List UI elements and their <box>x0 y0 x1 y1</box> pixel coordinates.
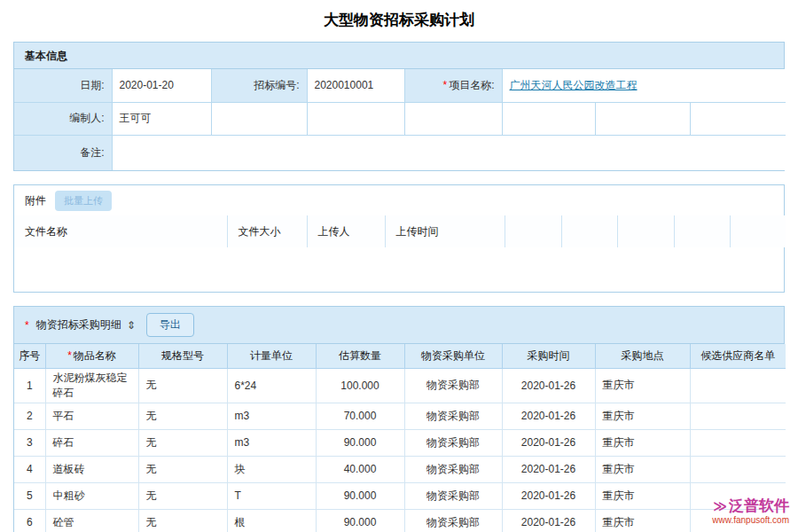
form-row-remark: 备注: <box>14 135 786 170</box>
attach-col-header: 上传时间 <box>385 215 505 247</box>
table-row: 5中粗砂无T90.000物资采购部2020-01-26重庆市 <box>14 482 786 509</box>
cell: 40.000 <box>316 456 404 482</box>
empty-cell <box>404 102 502 135</box>
cell: 2020-01-26 <box>502 482 595 509</box>
attachments-table: 文件名称文件大小上传人上传时间 <box>14 215 786 247</box>
cell: 道板砖 <box>45 456 138 482</box>
attachments-header: 附件 批量上传 <box>14 185 784 215</box>
table-row: 2平石无m370.000物资采购部2020-01-26重庆市 <box>14 403 786 429</box>
cell: T <box>227 482 316 509</box>
cell: 3 <box>14 429 45 456</box>
date-value: 2020-01-20 <box>112 69 211 102</box>
detail-table: 序号*物品名称规格型号计量单位估算数量物资采购单位采购时间采购地点候选供应商名单… <box>14 344 786 532</box>
page-title: 大型物资招标采购计划 <box>0 0 798 42</box>
basic-info-section: 基本信息 日期: 2020-01-20 招标编号: 2020010001 *项目… <box>13 42 785 171</box>
cell: 物资采购部 <box>404 403 502 429</box>
required-asterisk: * <box>67 349 72 362</box>
attach-col-empty <box>617 215 674 247</box>
attach-col-header: 上传人 <box>307 215 385 247</box>
cell: m3 <box>227 403 316 429</box>
cell: 物资采购部 <box>404 482 502 509</box>
cell <box>690 368 786 403</box>
cell: 90.000 <box>316 429 404 456</box>
cell: 2020-01-26 <box>502 509 595 532</box>
required-asterisk: * <box>25 319 29 332</box>
brand-name: 泛普软件 <box>729 497 789 514</box>
cell: 2020-01-26 <box>502 368 595 403</box>
cell: 重庆市 <box>595 456 690 482</box>
attach-col-header: 文件大小 <box>227 215 307 247</box>
form-row-2: 编制人: 王可可 <box>14 102 786 135</box>
cell: 重庆市 <box>595 368 690 403</box>
empty-cell <box>211 102 307 135</box>
attachments-empty-area <box>14 247 784 292</box>
cell: 90.000 <box>316 482 404 509</box>
batch-upload-button[interactable]: 批量上传 <box>55 191 112 211</box>
detail-col-header: 采购时间 <box>502 344 595 368</box>
author-value: 王可可 <box>112 102 211 135</box>
cell: 70.000 <box>316 403 404 429</box>
detail-col-header: 计量单位 <box>227 344 316 368</box>
form-row-1: 日期: 2020-01-20 招标编号: 2020010001 *项目名称: 广… <box>14 69 786 102</box>
attach-col-empty <box>505 215 561 247</box>
detail-col-header: 采购地点 <box>595 344 690 368</box>
cell: 2020-01-26 <box>502 429 595 456</box>
detail-col-header: 规格型号 <box>138 344 227 368</box>
cell: 重庆市 <box>595 403 690 429</box>
project-label: *项目名称: <box>404 69 502 102</box>
remark-value <box>112 135 786 170</box>
bid-no-value: 2020010001 <box>307 69 404 102</box>
cell: 物资采购部 <box>404 456 502 482</box>
cell: 无 <box>138 456 227 482</box>
fanpu-logo-icon: ≫ <box>713 498 727 513</box>
table-row: 6砼管无根90.000物资采购部2020-01-26重庆市 <box>14 509 786 532</box>
detail-col-header: *物品名称 <box>45 344 138 368</box>
cell: 重庆市 <box>595 482 690 509</box>
cell: 90.000 <box>316 509 404 532</box>
cell: m3 <box>227 429 316 456</box>
table-row: 4道板砖无块40.000物资采购部2020-01-26重庆市 <box>14 456 786 482</box>
cell: 2020-01-26 <box>502 403 595 429</box>
cell: 重庆市 <box>595 509 690 532</box>
detail-col-header: 序号 <box>14 344 45 368</box>
cell: 碎石 <box>45 429 138 456</box>
empty-cell <box>595 102 690 135</box>
table-row: 1水泥粉煤灰稳定碎石无6*24100.000物资采购部2020-01-26重庆市 <box>14 368 786 403</box>
cell: 2020-01-26 <box>502 456 595 482</box>
cell: 物资采购部 <box>404 509 502 532</box>
attach-col-empty <box>730 215 786 247</box>
cell: 100.000 <box>316 368 404 403</box>
cell: 砼管 <box>45 509 138 532</box>
cell: 4 <box>14 456 45 482</box>
project-value-cell: 广州天河人民公园改造工程 <box>502 69 786 102</box>
attachments-header-row: 文件名称文件大小上传人上传时间 <box>14 215 786 247</box>
attach-col-header: 文件名称 <box>14 215 227 247</box>
empty-cell <box>307 102 404 135</box>
attach-col-empty <box>674 215 730 247</box>
detail-header: * 物资招标采购明细 ⇕ 导出 <box>14 307 784 344</box>
brand-watermark: ≫泛普软件 www.fanpusoft.com <box>712 497 789 525</box>
cell: 重庆市 <box>595 429 690 456</box>
empty-cell <box>690 102 786 135</box>
cell: 平石 <box>45 403 138 429</box>
cell: 水泥粉煤灰稳定碎石 <box>45 368 138 403</box>
cell: 5 <box>14 482 45 509</box>
cell <box>690 403 786 429</box>
cell: 6*24 <box>227 368 316 403</box>
sort-icon[interactable]: ⇕ <box>127 319 136 332</box>
cell: 根 <box>227 509 316 532</box>
cell: 无 <box>138 429 227 456</box>
cell: 2 <box>14 403 45 429</box>
project-link[interactable]: 广州天河人民公园改造工程 <box>510 79 638 91</box>
table-row: 3碎石无m390.000物资采购部2020-01-26重庆市 <box>14 429 786 456</box>
cell: 无 <box>138 509 227 532</box>
cell: 无 <box>138 482 227 509</box>
cell: 物资采购部 <box>404 368 502 403</box>
cell: 6 <box>14 509 45 532</box>
export-button[interactable]: 导出 <box>146 313 194 337</box>
cell <box>690 456 786 482</box>
date-label: 日期: <box>14 69 112 102</box>
detail-col-header: 候选供应商名单 <box>690 344 786 368</box>
bid-no-label: 招标编号: <box>211 69 307 102</box>
brand-website: www.fanpusoft.com <box>712 515 789 526</box>
